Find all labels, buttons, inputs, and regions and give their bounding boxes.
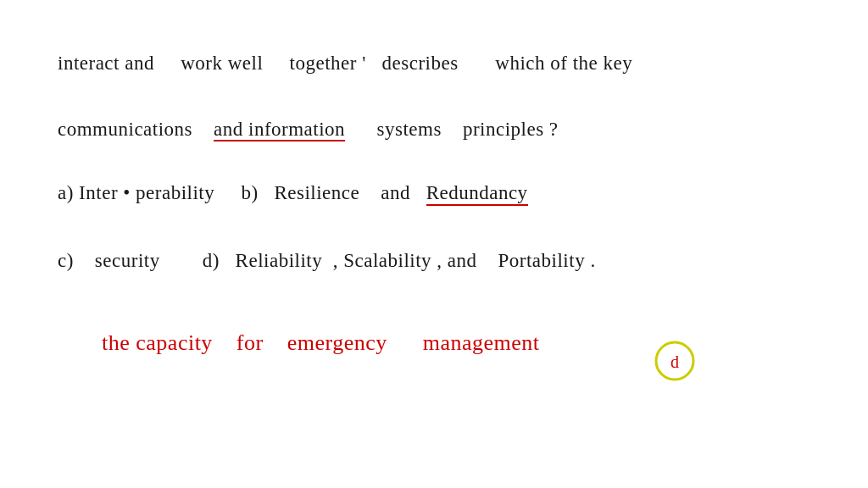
line3-text: a) Inter • perability b) Resilience and … [58, 182, 528, 206]
option-a-label: a) Inter • perability [58, 182, 214, 203]
word-redundancy: Redundancy [426, 182, 528, 206]
line2-text: communications and information systems p… [58, 119, 559, 141]
page: interact and work well together ' descri… [0, 0, 868, 488]
option-c-label: c) security [58, 250, 160, 271]
phrase-and-information: and information [214, 119, 345, 141]
line1-text: interact and work well together ' descri… [58, 53, 632, 75]
svg-text:d: d [670, 352, 679, 371]
answer-text: the capacity for emergency management [102, 330, 540, 355]
answer-circle: d [653, 339, 697, 383]
line4-text: c) security d) Reliability , Scalability… [58, 250, 596, 272]
line5-answer-text: the capacity for emergency management [102, 330, 540, 356]
word-principles: principles ? [463, 119, 559, 140]
word-systems: systems [377, 119, 442, 140]
word-communications: communications [58, 119, 192, 140]
option-b-label: b) Resilience and [241, 182, 426, 203]
option-d-label: d) Reliability , Scalability , and Porta… [203, 250, 596, 271]
